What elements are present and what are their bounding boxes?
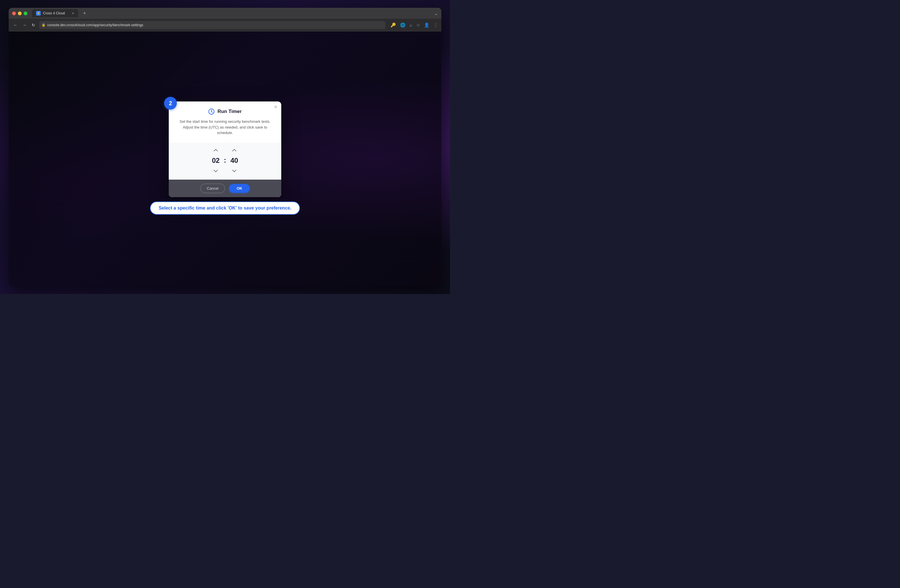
run-timer-modal: × Run Timer Set the start time for runni… [169,101,281,197]
forward-button[interactable]: → [21,22,28,29]
address-input-wrap[interactable]: 🔒 console.dev.cross4cloud.com/app/securi… [39,21,385,29]
minimize-traffic-light[interactable] [18,12,22,15]
profile-icon[interactable]: 👤 [424,22,430,28]
content-area: 2 × Run Timer Set the start time [9,31,441,286]
back-button[interactable]: ← [12,22,19,29]
hours-up-button[interactable] [211,146,221,154]
tab-bar: ⚡ Cross 4 Cloud × + ⌄ [9,8,441,19]
bookmark-icon[interactable]: ☆ [416,22,420,28]
address-bar: ← → ↻ 🔒 console.dev.cross4cloud.com/app/… [9,19,441,31]
time-separator: : [223,156,227,164]
clock-icon [208,108,215,115]
close-traffic-light[interactable] [12,12,16,15]
lock-icon: 🔒 [42,23,46,27]
key-icon[interactable]: 🔑 [391,22,396,28]
step-badge: 2 [164,97,177,110]
modal-title: Run Timer [217,109,242,115]
cancel-button[interactable]: Cancel [200,184,225,193]
hint-text: Select a specific time and click 'OK' to… [159,206,291,210]
tab-close-button[interactable]: × [72,11,74,15]
svg-line-2 [211,111,213,112]
minutes-down-button[interactable] [229,167,239,175]
tab-title: Cross 4 Cloud [43,11,65,15]
translate-icon[interactable]: 🌐 [400,22,406,28]
tab-bar-menu[interactable]: ⌄ [434,11,438,16]
minutes-value: 40 [227,156,241,165]
modal-header: × Run Timer Set the start time for runni… [169,101,281,143]
minutes-column: 40 [227,146,241,175]
minutes-up-button[interactable] [229,146,239,154]
more-menu-icon[interactable]: ⋮ [434,22,438,28]
chevron-down-icon: ⌄ [434,11,438,16]
zoom-icon[interactable]: ⌕ [410,22,412,27]
address-field[interactable]: console.dev.cross4cloud.com/app/security… [39,21,385,29]
browser-window: ⚡ Cross 4 Cloud × + ⌄ ← → ↻ 🔒 console.de… [9,8,441,286]
ok-button[interactable]: OK [229,184,250,193]
hint-tooltip: Select a specific time and click 'OK' to… [150,201,300,215]
new-tab-button[interactable]: + [81,9,88,17]
modal-close-button[interactable]: × [274,104,277,110]
modal-wrapper: 2 × Run Timer Set the start time [169,101,281,197]
maximize-traffic-light[interactable] [24,12,27,15]
traffic-lights [12,12,27,15]
hours-column: 02 [209,146,223,175]
refresh-button[interactable]: ↻ [31,22,36,29]
time-picker: 02 : 40 [169,143,281,179]
toolbar-icons: 🔑 🌐 ⌕ ☆ 👤 ⋮ [391,22,438,28]
active-tab[interactable]: ⚡ Cross 4 Cloud × [32,9,78,17]
modal-footer: Cancel OK [169,179,281,197]
modal-description: Set the start time for running security … [176,119,274,136]
hours-down-button[interactable] [211,167,221,175]
modal-title-row: Run Timer [208,108,242,115]
hours-value: 02 [209,156,223,165]
tab-favicon: ⚡ [36,11,41,15]
